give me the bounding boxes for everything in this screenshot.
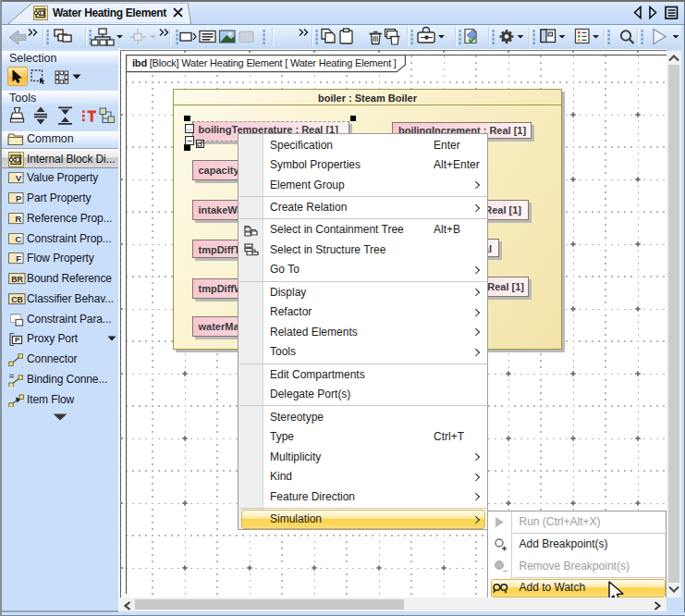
svg-text:C: C (16, 234, 22, 244)
svg-text:V: V (16, 173, 22, 183)
svg-text:P: P (15, 336, 20, 344)
svg-text:CB: CB (11, 295, 23, 304)
svg-text:BR: BR (11, 275, 23, 284)
svg-text:P: P (16, 193, 22, 203)
svg-text:R: R (16, 214, 22, 224)
svg-text:F: F (16, 253, 21, 264)
